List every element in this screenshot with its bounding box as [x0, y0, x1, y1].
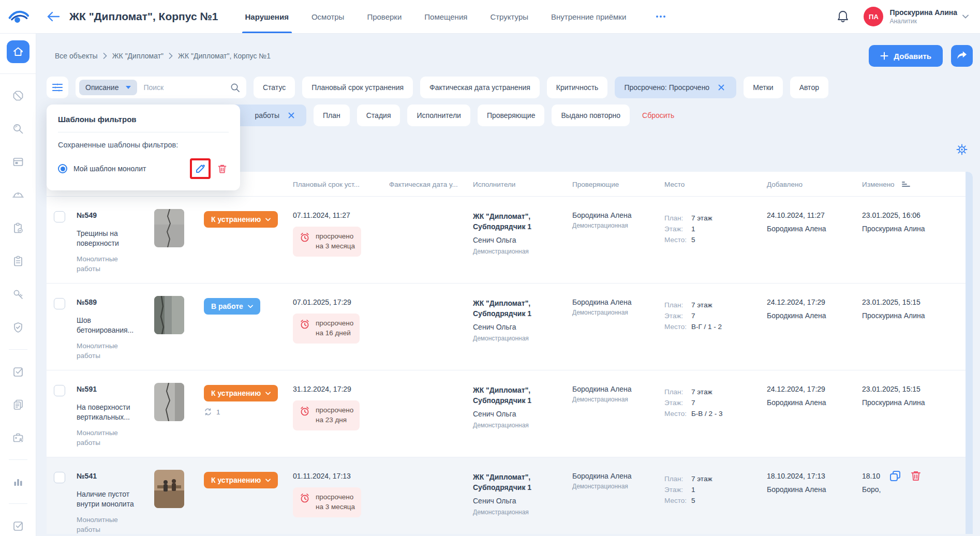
- tab-rooms[interactable]: Помещения: [424, 0, 467, 33]
- filter-chip-reviewers[interactable]: Проверяющие: [478, 105, 545, 126]
- col-header-executors[interactable]: Исполнители: [473, 181, 572, 188]
- status-pill[interactable]: К устранению: [204, 385, 278, 401]
- sidebar-item-keys[interactable]: [7, 283, 29, 306]
- col-header-changed[interactable]: Изменено: [862, 181, 895, 188]
- row-checkbox[interactable]: [54, 298, 65, 309]
- sidebar-item-home[interactable]: [7, 40, 29, 63]
- remove-filter-icon[interactable]: [286, 110, 297, 121]
- delete-row-button[interactable]: [910, 470, 922, 482]
- reviewer-note: Демонстрационная: [572, 396, 659, 403]
- edit-template-button[interactable]: [194, 162, 207, 175]
- table-settings-button[interactable]: [951, 139, 973, 160]
- tab-violations[interactable]: Нарушения: [245, 0, 289, 33]
- filter-chip-tags[interactable]: Метки: [744, 77, 783, 98]
- filter-chip-criticality[interactable]: Критичность: [547, 77, 608, 98]
- breadcrumb-item-building[interactable]: ЖК "Дипломат", Корпус №1: [178, 52, 271, 60]
- close-icon: [718, 84, 724, 91]
- filter-chip-status[interactable]: Статус: [254, 77, 295, 98]
- notifications-bell-button[interactable]: [837, 10, 849, 23]
- remove-filter-icon[interactable]: [716, 82, 727, 93]
- chevron-down-icon[interactable]: [962, 14, 969, 19]
- sidebar-item-analytics[interactable]: [7, 470, 29, 493]
- sidebar-item-registry[interactable]: [7, 393, 29, 416]
- reviewer-name: Бородкина Алена: [572, 385, 659, 393]
- violation-photo[interactable]: [154, 383, 184, 421]
- template-radio[interactable]: [58, 164, 67, 173]
- share-button[interactable]: [951, 45, 973, 67]
- table-row[interactable]: №541 Наличие пустот внутри монолита Моно…: [47, 457, 973, 534]
- filter-chip-actual-date[interactable]: Фактическая дата устранения: [420, 77, 540, 98]
- status-pill[interactable]: К устранению: [204, 211, 278, 228]
- bar-chart-icon: [12, 475, 24, 488]
- changed-date: 18.10: [862, 472, 881, 480]
- violation-photo[interactable]: [154, 209, 184, 247]
- filter-settings-button[interactable]: [47, 77, 68, 98]
- added-by: Бородкина Алена: [767, 225, 857, 233]
- avatar[interactable]: ПА: [864, 7, 883, 26]
- table-row[interactable]: №589 Шов бетонирования... Монолитные раб…: [47, 284, 973, 370]
- violations-table: № Статус Плановый срок уст... Фактическа…: [47, 172, 973, 534]
- tab-internal-acceptance[interactable]: Внутренние приёмки: [551, 0, 626, 33]
- row-checkbox[interactable]: [54, 211, 65, 222]
- tab-checks[interactable]: Проверки: [367, 0, 402, 33]
- breadcrumb: Все объекты ЖК "Дипломат" ЖК "Дипломат",…: [47, 52, 271, 60]
- executor-person: Сенич Ольга: [473, 235, 567, 246]
- overdue-badge: просроченона 3 месяца: [293, 487, 361, 517]
- sidebar-item-rooms[interactable]: [7, 151, 29, 173]
- reset-filters-button[interactable]: Сбросить: [642, 111, 674, 120]
- sidebar: [0, 33, 36, 536]
- table-scrollbar[interactable]: [966, 172, 973, 534]
- sidebar-item-safety[interactable]: [7, 316, 29, 339]
- sidebar-item-acceptance[interactable]: [7, 217, 29, 240]
- add-button[interactable]: Добавить: [869, 45, 943, 67]
- table-row[interactable]: №591 На поверхности вертикальных... Моно…: [47, 370, 973, 457]
- filter-chip-overdue-active[interactable]: Просрочено: Просрочено: [615, 77, 736, 98]
- row-checkbox[interactable]: [54, 472, 65, 483]
- col-header-actual[interactable]: Фактическая дата у...: [389, 181, 473, 188]
- more-tabs-button[interactable]: [653, 12, 669, 21]
- status-pill[interactable]: В работе: [204, 298, 260, 315]
- col-header-added[interactable]: Добавлено: [767, 181, 862, 188]
- table-row[interactable]: №549 Трещины на поверхности Монолитные р…: [47, 197, 973, 284]
- search-input[interactable]: [143, 83, 224, 92]
- status-pill[interactable]: К устранению: [204, 472, 278, 488]
- sidebar-item-inspections[interactable]: [7, 117, 29, 140]
- copy-row-button[interactable]: [889, 470, 901, 482]
- back-button[interactable]: [47, 11, 60, 22]
- violation-title: Трещины на поверхности: [77, 229, 140, 248]
- col-header-reviewers[interactable]: Проверяющие: [572, 181, 664, 188]
- photo-crack: [154, 383, 184, 421]
- filter-chip-author[interactable]: Автор: [790, 77, 828, 98]
- sidebar-item-approvals[interactable]: [7, 514, 29, 536]
- filter-chip-reissued[interactable]: Выдано повторно: [552, 105, 630, 126]
- place-info: План:7 этаж Этаж:1 Место:5: [664, 475, 762, 504]
- app-logo[interactable]: [7, 9, 30, 24]
- breadcrumb-item-complex[interactable]: ЖК "Дипломат": [112, 52, 164, 60]
- filter-chip-executors[interactable]: Исполнители: [407, 105, 470, 126]
- violation-photo[interactable]: [154, 296, 184, 334]
- row-checkbox[interactable]: [54, 385, 65, 396]
- search-category-select[interactable]: Описание: [79, 80, 137, 95]
- violation-number: №541: [77, 472, 149, 480]
- add-button-label: Добавить: [894, 52, 931, 61]
- filter-chip-planned-date[interactable]: Плановый срок устранения: [302, 77, 413, 98]
- divider: [58, 132, 229, 132]
- status-label: К устранению: [211, 215, 261, 224]
- col-header-place[interactable]: Место: [664, 181, 767, 188]
- sidebar-item-tasks[interactable]: [7, 360, 29, 383]
- sidebar-item-documents[interactable]: [7, 250, 29, 273]
- sidebar-item-construction[interactable]: [7, 184, 29, 206]
- sidebar-item-contractors[interactable]: [7, 426, 29, 449]
- overdue-badge: просроченона 23 дня: [293, 400, 360, 430]
- col-header-planned[interactable]: Плановый срок уст...: [293, 181, 389, 188]
- filter-chip-plan[interactable]: План: [314, 105, 350, 126]
- filter-chip-stage[interactable]: Стадия: [357, 105, 400, 126]
- sort-icon[interactable]: [902, 181, 910, 187]
- tab-inspections[interactable]: Осмотры: [311, 0, 345, 33]
- breadcrumb-item-all-objects[interactable]: Все объекты: [55, 52, 98, 60]
- sidebar-item-violations[interactable]: [7, 84, 29, 107]
- tab-structures[interactable]: Структуры: [490, 0, 528, 33]
- header-right: ПА Проскурина Алина Аналитик: [837, 7, 969, 26]
- delete-template-button[interactable]: [216, 162, 229, 175]
- violation-photo[interactable]: [154, 470, 184, 508]
